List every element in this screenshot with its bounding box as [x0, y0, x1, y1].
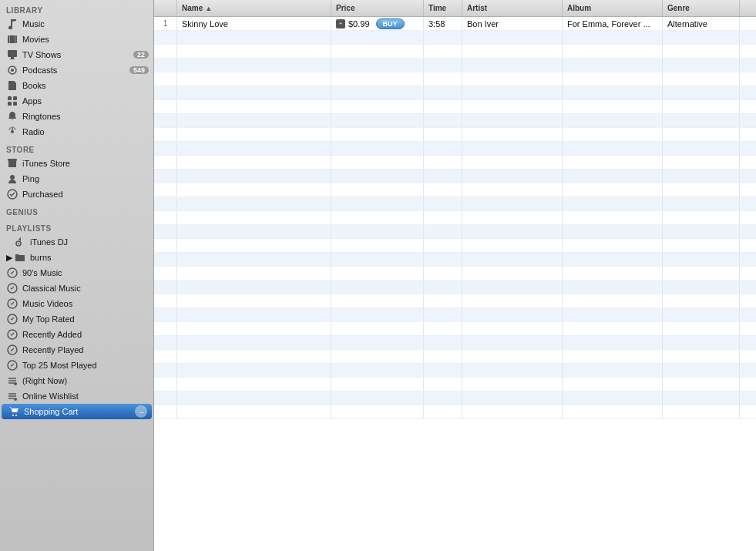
- table-row-empty: [154, 156, 756, 170]
- table-row-empty: [154, 391, 756, 405]
- table-row-empty: [154, 86, 756, 100]
- buy-button[interactable]: BUY: [376, 18, 405, 29]
- empty-cell: [462, 114, 563, 127]
- sidebar-item-label-itunes-store: iTunes Store: [22, 159, 149, 168]
- sidebar-item-recently-played[interactable]: Recently Played: [0, 342, 153, 358]
- empty-cell: [462, 267, 563, 280]
- sidebar-item-music-videos[interactable]: Music Videos: [0, 296, 153, 311]
- empty-cell: [331, 405, 424, 418]
- sidebar-item-label-shopping-cart: Shopping Cart: [24, 407, 135, 416]
- svg-point-29: [14, 398, 17, 401]
- sidebar-item-90s-music[interactable]: 90's Music: [0, 265, 153, 281]
- empty-cell: [663, 170, 740, 183]
- row-num-empty: [154, 197, 177, 210]
- sidebar-item-label-tv-shows: TV Shows: [22, 50, 133, 59]
- playlist-smart-icon: [6, 282, 18, 294]
- col-header-artist[interactable]: Artist: [462, 0, 563, 16]
- price-value: $0.99: [348, 19, 370, 29]
- empty-cell: [424, 59, 462, 72]
- empty-cell: [663, 31, 740, 44]
- empty-cell: [424, 142, 462, 155]
- empty-cell: [563, 45, 663, 58]
- expand-arrow-itunes-dj[interactable]: [6, 239, 12, 245]
- section-header-store: STORE: [0, 139, 153, 156]
- empty-cell: [663, 364, 740, 377]
- empty-cell: [462, 197, 563, 210]
- empty-cell: [331, 391, 424, 405]
- radio-icon: [6, 126, 18, 138]
- empty-cell: [177, 308, 331, 321]
- row-num-empty: [154, 378, 177, 391]
- sidebar-item-label-my-top-rated: My Top Rated: [22, 314, 149, 324]
- empty-cell: [424, 31, 462, 44]
- row-num-empty: [154, 239, 177, 252]
- empty-cell: [663, 267, 740, 280]
- empty-cell: [462, 239, 563, 252]
- sidebar-item-burns[interactable]: ▶ burns: [0, 250, 153, 265]
- col-header-price[interactable]: Price: [331, 0, 424, 16]
- table-row[interactable]: 1 Skinny Love + $0.99 BUY 3:58 Bon Iver …: [154, 17, 756, 31]
- empty-cell: [462, 59, 563, 72]
- empty-cell: [177, 322, 331, 335]
- sidebar-item-recently-added[interactable]: Recently Added: [0, 327, 153, 342]
- table-row-empty: [154, 197, 756, 211]
- sidebar-item-ping[interactable]: Ping: [0, 171, 153, 186]
- sidebar-item-music[interactable]: Music: [0, 16, 153, 32]
- sidebar-item-itunes-store[interactable]: iTunes Store: [0, 156, 153, 171]
- col-header-genre[interactable]: Genre: [663, 0, 740, 16]
- table-row-empty: [154, 183, 756, 197]
- empty-cell: [177, 336, 331, 349]
- empty-cell: [331, 156, 424, 169]
- empty-cell: [462, 308, 563, 321]
- empty-cell: [663, 350, 740, 363]
- empty-cell: [563, 322, 663, 335]
- empty-cell: [462, 72, 563, 86]
- sidebar-item-shopping-cart[interactable]: Shopping Cart→: [2, 404, 152, 419]
- sidebar-item-movies[interactable]: Movies: [0, 32, 153, 47]
- col-header-name[interactable]: Name ▲: [177, 0, 331, 16]
- sidebar-item-classical-music[interactable]: Classical Music: [0, 281, 153, 296]
- empty-cell: [331, 350, 424, 363]
- sidebar-item-right-now[interactable]: (Right Now): [0, 373, 153, 388]
- badge-tv-shows: 22: [133, 51, 149, 59]
- sidebar-item-tv-shows[interactable]: TV Shows22: [0, 47, 153, 62]
- empty-cell: [331, 267, 424, 280]
- shopping-cart-action[interactable]: →: [135, 405, 147, 418]
- sidebar-item-label-recently-added: Recently Added: [22, 330, 149, 339]
- sidebar-item-itunes-dj[interactable]: iTunes DJ: [0, 234, 153, 250]
- empty-cell: [462, 156, 563, 169]
- empty-cell: [462, 336, 563, 349]
- sidebar-item-books[interactable]: Books: [0, 78, 153, 93]
- sidebar-item-online-wishlist[interactable]: Online Wishlist: [0, 388, 153, 404]
- table-row-empty: [154, 405, 756, 419]
- empty-cell: [424, 294, 462, 307]
- row-num-empty: [154, 100, 177, 113]
- sidebar-item-apps[interactable]: Apps: [0, 93, 153, 109]
- empty-cell: [563, 253, 663, 266]
- sidebar-item-podcasts[interactable]: Podcasts549: [0, 62, 153, 78]
- empty-cell: [177, 350, 331, 363]
- empty-cell: [563, 72, 663, 86]
- sidebar-item-purchased[interactable]: Purchased: [0, 186, 153, 202]
- col-header-time[interactable]: Time: [424, 0, 462, 16]
- sidebar-item-top-25-most-played[interactable]: Top 25 Most Played: [0, 358, 153, 373]
- tv-icon: [6, 49, 18, 61]
- table-row-empty: [154, 170, 756, 183]
- col-header-album[interactable]: Album: [563, 0, 663, 16]
- svg-point-14: [18, 243, 19, 244]
- playlist-smart-icon: [6, 267, 18, 279]
- expand-arrow-burns[interactable]: ▶: [6, 254, 12, 260]
- row-num-empty: [154, 225, 177, 238]
- table-row-empty: [154, 281, 756, 294]
- sidebar-item-ringtones[interactable]: Ringtones: [0, 109, 153, 124]
- sidebar-item-radio[interactable]: Radio: [0, 124, 153, 139]
- empty-cell: [424, 391, 462, 405]
- sidebar-item-my-top-rated[interactable]: My Top Rated: [0, 311, 153, 327]
- sidebar-item-label-ringtones: Ringtones: [22, 112, 149, 121]
- row-num-empty: [154, 114, 177, 127]
- empty-cell: [177, 405, 331, 418]
- empty-cell: [663, 253, 740, 266]
- playlist-smart-icon: [6, 359, 18, 371]
- empty-cell: [663, 183, 740, 197]
- empty-cell: [331, 253, 424, 266]
